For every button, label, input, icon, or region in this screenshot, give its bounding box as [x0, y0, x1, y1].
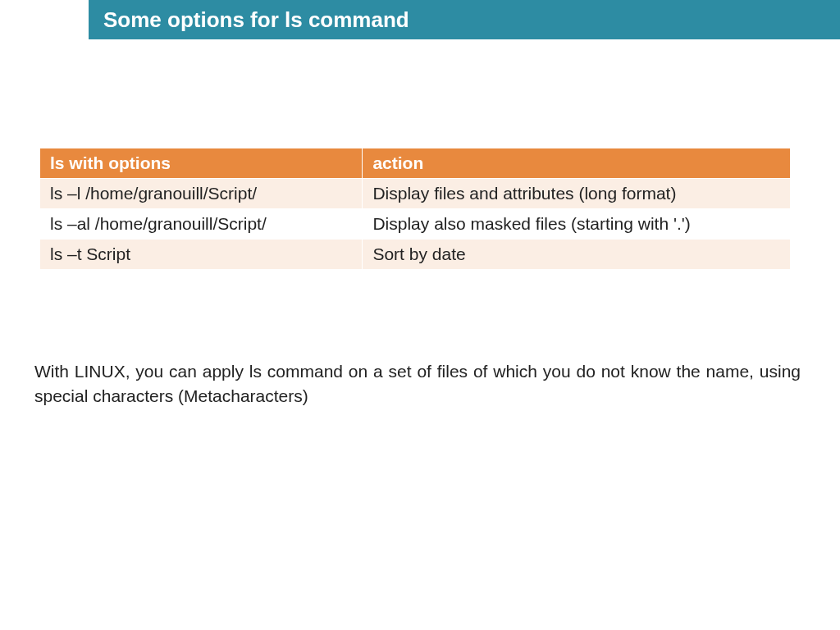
- cell-command: ls –l /home/granouill/Script/: [40, 179, 363, 209]
- title-bar: Some options for ls command: [89, 0, 840, 39]
- page-title: Some options for ls command: [103, 7, 409, 33]
- paragraph-metacharacters: With LINUX, you can apply ls command on …: [34, 359, 801, 409]
- ls-options-table: ls with options action ls –l /home/grano…: [39, 148, 791, 270]
- table-row: ls –al /home/granouill/Script/ Display a…: [40, 209, 791, 240]
- table-row: ls –l /home/granouill/Script/ Display fi…: [40, 179, 791, 209]
- cell-action: Sort by date: [363, 240, 791, 270]
- header-action: action: [363, 148, 791, 179]
- options-table: ls with options action ls –l /home/grano…: [39, 148, 791, 270]
- table-row: ls –t Script Sort by date: [40, 240, 791, 270]
- header-ls-with-options: ls with options: [40, 148, 363, 179]
- table-header-row: ls with options action: [40, 148, 791, 179]
- cell-command: ls –t Script: [40, 240, 363, 270]
- cell-command: ls –al /home/granouill/Script/: [40, 209, 363, 240]
- cell-action: Display also masked files (starting with…: [363, 209, 791, 240]
- cell-action: Display files and attributes (long forma…: [363, 179, 791, 209]
